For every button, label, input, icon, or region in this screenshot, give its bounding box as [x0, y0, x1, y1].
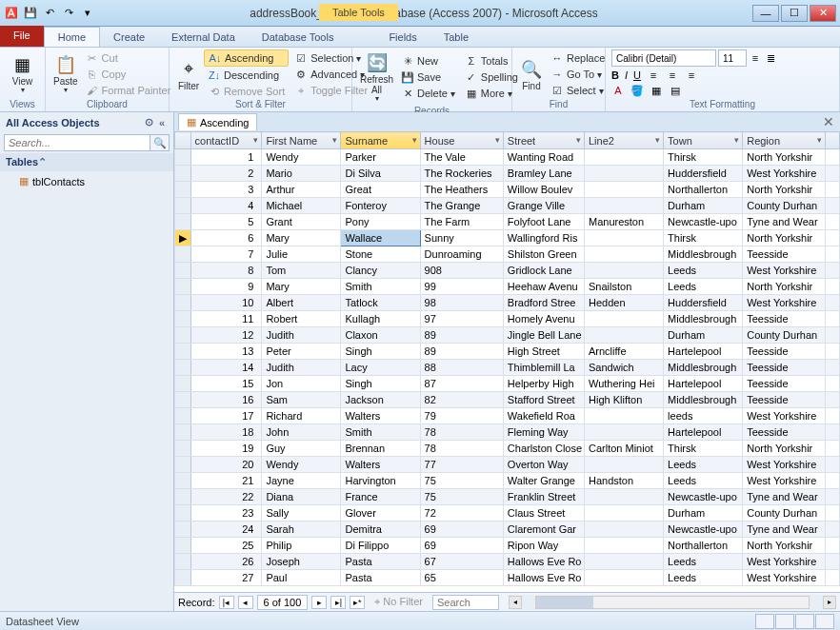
paste-button[interactable]: 📋Paste▾: [51, 49, 80, 99]
nav-item-tblcontacts[interactable]: ▦ tblContacts: [0, 171, 173, 191]
table-row[interactable]: 17RichardWalters79Wakefield RoaleedsWest…: [175, 408, 840, 424]
cell-extra[interactable]: [826, 392, 840, 408]
column-header-town[interactable]: Town▾: [664, 132, 743, 149]
cell-region[interactable]: Tyne and Wear: [743, 214, 826, 230]
first-record-button[interactable]: |◂: [219, 596, 234, 609]
table-row[interactable]: 16SamJackson82Stafford StreetHigh Klifto…: [175, 392, 840, 408]
column-dropdown-icon[interactable]: ▾: [253, 135, 258, 145]
row-selector[interactable]: [175, 489, 191, 505]
table-row[interactable]: 27PaulPasta65Hallows Eve RoLeedsWest Yor…: [175, 570, 840, 586]
cell-street[interactable]: Helperby High: [503, 376, 584, 392]
cell-house[interactable]: 89: [420, 327, 503, 344]
cell-surname[interactable]: France: [341, 489, 420, 505]
delete-button[interactable]: ✕Delete ▾: [397, 86, 459, 101]
cell-line2[interactable]: [585, 311, 664, 327]
cell-surname[interactable]: Claxon: [341, 327, 420, 344]
cell-line2[interactable]: [585, 570, 664, 586]
cell-region[interactable]: Tyne and Wear: [743, 522, 826, 538]
row-selector[interactable]: [175, 182, 191, 198]
cell-firstname[interactable]: Philip: [262, 538, 341, 554]
cell-street[interactable]: Hallows Eve Ro: [503, 554, 584, 570]
cell-house[interactable]: 78: [420, 424, 503, 441]
table-row[interactable]: 19GuyBrennan78Charlston CloseCarlton Min…: [175, 441, 840, 457]
cell-region[interactable]: Teesside: [743, 392, 826, 408]
cell-contactid[interactable]: 19: [190, 441, 262, 457]
cell-region[interactable]: North Yorkshir: [743, 441, 826, 457]
cell-line2[interactable]: Snailston: [585, 279, 664, 295]
cell-extra[interactable]: [826, 230, 840, 246]
cell-region[interactable]: North Yorkshir: [743, 538, 826, 554]
cell-town[interactable]: Hartelepool: [664, 424, 743, 441]
cell-firstname[interactable]: Albert: [262, 295, 341, 311]
replace-button[interactable]: ↔Replace: [547, 50, 609, 66]
cell-town[interactable]: Thirsk: [664, 230, 743, 246]
hscroll-track[interactable]: [535, 596, 810, 609]
cell-surname[interactable]: Demitra: [341, 522, 420, 538]
cell-surname[interactable]: Di Filippo: [341, 538, 420, 554]
cell-street[interactable]: Bramley Lane: [503, 166, 584, 182]
cell-extra[interactable]: [826, 263, 840, 279]
cell-street[interactable]: Ripon Way: [503, 538, 584, 554]
column-dropdown-icon[interactable]: ▾: [495, 135, 500, 145]
row-selector[interactable]: [175, 263, 191, 279]
cell-firstname[interactable]: Diana: [262, 489, 341, 505]
cell-house[interactable]: The Farm: [420, 214, 503, 230]
cell-surname[interactable]: Pasta: [341, 570, 420, 586]
cell-town[interactable]: Northallerton: [664, 182, 743, 198]
file-tab[interactable]: File: [0, 26, 44, 47]
table-row[interactable]: 7JulieStoneDunroamingShilston GreenMiddl…: [175, 246, 840, 263]
cell-firstname[interactable]: Julie: [262, 246, 341, 263]
cell-region[interactable]: North Yorkshir: [743, 230, 826, 246]
cell-line2[interactable]: [585, 408, 664, 424]
cell-surname[interactable]: Smith: [341, 424, 420, 441]
cell-extra[interactable]: [826, 538, 840, 554]
cell-region[interactable]: County Durhan: [743, 505, 826, 522]
prev-record-button[interactable]: ◂: [238, 596, 253, 609]
cell-line2[interactable]: Arncliffe: [585, 344, 664, 360]
row-selector[interactable]: [175, 376, 191, 392]
cell-house[interactable]: The Rockeries: [420, 166, 503, 182]
cell-house[interactable]: 75: [420, 489, 503, 505]
cell-region[interactable]: West Yorkshire: [743, 473, 826, 489]
cell-region[interactable]: Teesside: [743, 424, 826, 441]
column-header-house[interactable]: House▾: [420, 132, 503, 149]
cell-town[interactable]: Huddersfield: [664, 166, 743, 182]
column-header-region[interactable]: Region▾: [743, 132, 826, 149]
cell-line2[interactable]: [585, 182, 664, 198]
cell-house[interactable]: The Grange: [420, 198, 503, 214]
cell-street[interactable]: Claremont Gar: [503, 522, 584, 538]
cell-region[interactable]: North Yorkshir: [743, 279, 826, 295]
chart-view-button[interactable]: [795, 614, 814, 629]
cell-town[interactable]: Durham: [664, 505, 743, 522]
cell-firstname[interactable]: Michael: [262, 198, 341, 214]
cell-contactid[interactable]: 7: [190, 246, 262, 263]
next-record-button[interactable]: ▸: [311, 596, 327, 609]
cell-surname[interactable]: Brennan: [341, 441, 420, 457]
cell-line2[interactable]: Hedden: [585, 295, 664, 311]
cell-house[interactable]: 97: [420, 311, 503, 327]
cell-contactid[interactable]: 4: [190, 198, 262, 214]
hscroll-left-button[interactable]: ◂: [509, 596, 522, 609]
cell-contactid[interactable]: 1: [190, 149, 262, 166]
table-row[interactable]: 15JonSingh87Helperby HighWuthering HeiHa…: [175, 376, 840, 392]
cell-town[interactable]: Newcastle-upo: [664, 522, 743, 538]
column-header-line2[interactable]: Line2▾: [585, 132, 664, 149]
cell-street[interactable]: Wanting Road: [503, 149, 584, 166]
column-dropdown-icon[interactable]: ▾: [576, 135, 581, 145]
cell-town[interactable]: Middlesbrough: [664, 360, 743, 376]
row-selector[interactable]: [175, 457, 191, 473]
cell-town[interactable]: Leeds: [664, 279, 743, 295]
cell-surname[interactable]: Lacy: [341, 360, 420, 376]
cell-firstname[interactable]: Robert: [262, 311, 341, 327]
gridlines-icon[interactable]: ▦: [650, 84, 663, 97]
cell-contactid[interactable]: 12: [190, 327, 262, 344]
cell-line2[interactable]: Wuthering Hei: [585, 376, 664, 392]
pivot-view-button[interactable]: [775, 614, 794, 629]
cell-street[interactable]: Willow Boulev: [503, 182, 584, 198]
cell-surname[interactable]: Pasta: [341, 554, 420, 570]
home-tab[interactable]: Home: [44, 27, 100, 47]
row-selector[interactable]: [175, 570, 191, 586]
row-selector[interactable]: [175, 424, 191, 441]
cell-line2[interactable]: [585, 166, 664, 182]
redo-icon[interactable]: ↷: [61, 6, 76, 21]
